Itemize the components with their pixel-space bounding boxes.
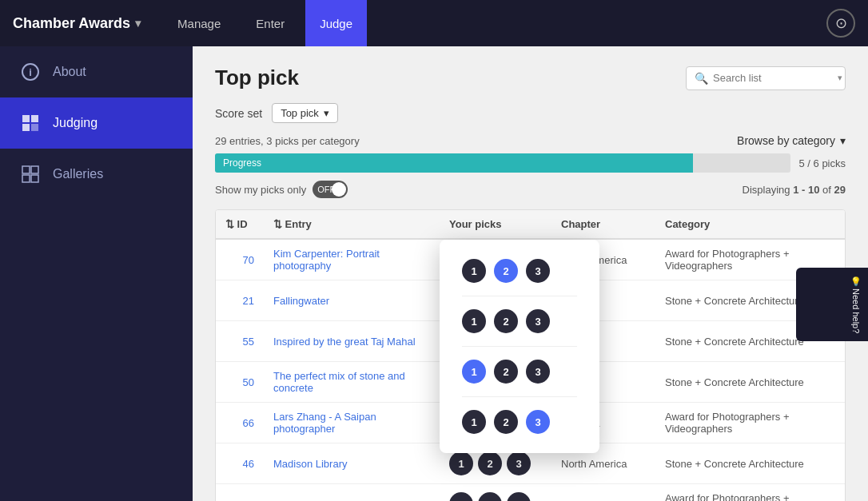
col-header-entry[interactable]: ⇅ Entry	[264, 210, 440, 239]
cell-entry[interactable]: Fallingwater	[264, 280, 440, 321]
info-icon: i	[19, 61, 42, 83]
picks-popup: 123123123123	[440, 240, 599, 453]
cell-id: 21	[216, 280, 264, 321]
cell-entry[interactable]: Jordie Lights	[264, 484, 440, 502]
browse-category-label: Browse by category	[737, 134, 835, 147]
search-input[interactable]	[713, 72, 833, 84]
pick-circle-2[interactable]: 2	[478, 451, 502, 475]
progress-bar: Progress	[215, 153, 790, 173]
sidebar: i About Judging	[0, 46, 193, 501]
browse-category-button[interactable]: Browse by category ▾	[737, 134, 846, 147]
popup-pick-1[interactable]: 1	[462, 360, 486, 384]
pick-circle-3[interactable]: 3	[507, 451, 531, 475]
popup-pick-2[interactable]: 2	[494, 360, 518, 384]
score-set-dropdown[interactable]: Top pick ▾	[272, 103, 338, 123]
popup-pick-2[interactable]: 2	[494, 410, 518, 434]
popup-pick-1[interactable]: 1	[462, 309, 486, 333]
popup-row: 123	[462, 410, 577, 434]
cell-id: 55	[216, 321, 264, 362]
sort-id-icon: ⇅	[225, 218, 234, 230]
cell-entry[interactable]: Madison Library	[264, 443, 440, 484]
cell-id: 50	[216, 362, 264, 403]
cell-category: Award for Photographers + Videographers	[655, 484, 845, 502]
svg-rect-4	[22, 124, 30, 131]
svg-rect-6	[22, 166, 30, 173]
popup-pick-3[interactable]: 3	[526, 360, 550, 384]
popup-pick-1[interactable]: 1	[462, 259, 486, 283]
popup-pick-2[interactable]: 2	[494, 259, 518, 283]
cell-entry[interactable]: The perfect mix of stone and concrete	[264, 362, 440, 403]
popup-pick-2[interactable]: 2	[494, 309, 518, 333]
cell-id: 42	[216, 484, 264, 502]
score-set-chevron-icon: ▾	[324, 107, 329, 119]
show-picks-label: Show my picks only	[215, 184, 306, 196]
svg-rect-5	[31, 124, 38, 131]
show-picks-row: Show my picks only OFF Displaying 1 - 10…	[215, 181, 846, 198]
need-help-button[interactable]: 💡 Need help?	[796, 268, 868, 341]
search-icon: 🔍	[695, 72, 708, 85]
sidebar-about-label: About	[53, 65, 86, 79]
page-header: Top pick 🔍 ▾	[215, 66, 846, 90]
popup-pick-3[interactable]: 3	[526, 259, 550, 283]
progress-fill: Progress	[215, 153, 693, 173]
help-icon: 💡	[851, 276, 861, 286]
search-dropdown-icon[interactable]: ▾	[838, 73, 842, 83]
galleries-icon	[19, 163, 42, 185]
browse-category-chevron-icon: ▾	[840, 134, 846, 147]
svg-rect-7	[31, 166, 38, 173]
show-picks-control: Show my picks only OFF	[215, 181, 348, 198]
cell-id: 46	[216, 443, 264, 484]
displaying-text: Displaying 1 - 10 of 29	[743, 184, 846, 196]
table-header-row: ⇅ ID ⇅ Entry Your picks Chapter Category	[216, 210, 845, 239]
progress-bar-label: Progress	[223, 157, 261, 169]
brand-title[interactable]: Chamber Awards ▾	[13, 15, 141, 32]
nav-enter[interactable]: Enter	[241, 0, 299, 46]
sidebar-item-galleries[interactable]: Galleries	[0, 149, 193, 200]
popup-pick-3[interactable]: 3	[526, 410, 550, 434]
toggle-track[interactable]: OFF	[313, 181, 348, 198]
cell-entry[interactable]: Lars Zhang - A Saipan photographer	[264, 403, 440, 443]
search-box[interactable]: 🔍 ▾	[686, 66, 846, 90]
pick-circle-1[interactable]: 1	[449, 451, 473, 475]
svg-rect-3	[31, 115, 38, 122]
entries-info-row: 29 entries, 3 picks per category Browse …	[215, 134, 846, 147]
svg-text:i: i	[29, 66, 32, 78]
cell-entry[interactable]: Kim Carpenter: Portrait photography	[264, 239, 440, 280]
score-set-value: Top pick	[281, 107, 319, 119]
cell-entry[interactable]: Inspired by the great Taj Mahal	[264, 321, 440, 362]
toggle-switch[interactable]: OFF	[313, 181, 348, 198]
displaying-total: 29	[834, 184, 846, 196]
page-title: Top pick	[215, 66, 299, 90]
sidebar-item-about[interactable]: i About	[0, 46, 193, 97]
need-help-label: Need help?	[851, 288, 861, 333]
col-header-chapter: Chapter	[551, 210, 655, 239]
toggle-knob	[332, 182, 346, 197]
cell-category: Award for Photographers + Videographers	[655, 403, 845, 443]
cell-chapter: North America	[551, 484, 655, 502]
progress-count: 5 / 6 picks	[798, 157, 846, 169]
cell-category: Stone + Concrete Architecture	[655, 443, 845, 484]
sidebar-item-judging[interactable]: Judging	[0, 97, 193, 149]
sidebar-galleries-label: Galleries	[53, 167, 103, 181]
popup-row: 123	[462, 259, 577, 283]
popup-pick-1[interactable]: 1	[462, 410, 486, 434]
brand-chevron[interactable]: ▾	[135, 17, 141, 30]
cell-category: Stone + Concrete Architecture	[655, 362, 845, 403]
popup-pick-3[interactable]: 3	[526, 309, 550, 333]
user-avatar[interactable]: ⊙	[826, 9, 855, 38]
pick-circle-2[interactable]: 2	[478, 492, 502, 501]
nav-judge[interactable]: Judge	[305, 0, 367, 46]
nav-manage[interactable]: Manage	[163, 0, 235, 46]
judging-icon	[19, 112, 42, 134]
progress-row: Progress 5 / 6 picks	[215, 153, 846, 173]
svg-rect-9	[31, 175, 38, 182]
pick-circle-3[interactable]: 3	[507, 492, 531, 501]
cell-id: 70	[216, 239, 264, 280]
navbar: Chamber Awards ▾ Manage Enter Judge ⊙	[0, 0, 868, 46]
col-header-id[interactable]: ⇅ ID	[216, 210, 264, 239]
col-header-category: Category	[655, 210, 845, 239]
popup-row: 123	[462, 309, 577, 333]
svg-rect-2	[22, 115, 30, 122]
pick-circle-1[interactable]: 1	[449, 492, 473, 501]
displaying-range: 1 - 10	[793, 184, 819, 196]
